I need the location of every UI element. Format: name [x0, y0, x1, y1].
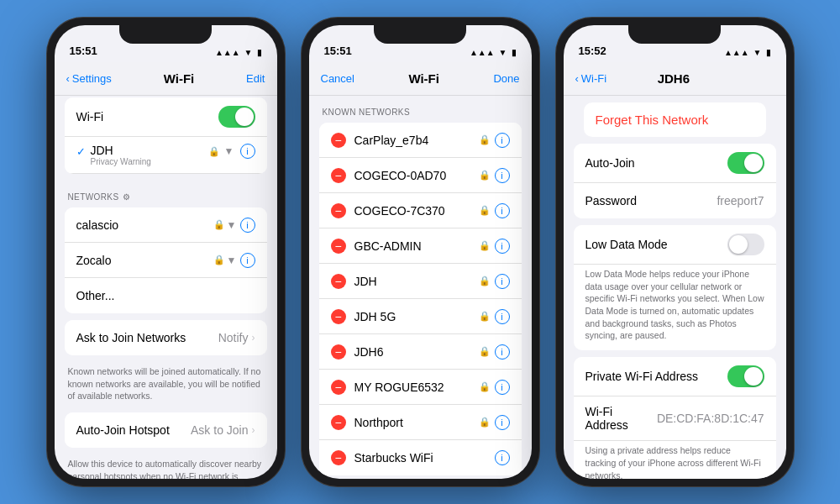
remove-icon-jdh6[interactable]: −: [331, 344, 346, 360]
status-icons-2: ▲▲▲ ▼ ▮: [470, 48, 517, 57]
wifi-address-label: Wi-Fi Address: [585, 405, 657, 432]
network-starbucks[interactable]: − Starbucks WiFi i: [319, 440, 522, 475]
private-address-row[interactable]: Private Wi-Fi Address: [574, 357, 776, 396]
wifi-icon-calascio: ▼: [227, 219, 237, 231]
notch-2: [374, 25, 466, 44]
lock-icon-zocalo: 🔒: [213, 255, 225, 265]
remove-icon-cogeco1[interactable]: −: [331, 168, 346, 183]
chevron-icon: ›: [252, 332, 255, 344]
ask-join-row[interactable]: Ask to Join Networks Notify ›: [65, 320, 267, 355]
network-gbc[interactable]: − GBC-ADMIN 🔒 i: [319, 228, 522, 264]
edit-button[interactable]: Edit: [246, 72, 265, 85]
info-icon-zocalo[interactable]: i: [240, 253, 255, 268]
network-jdh5g[interactable]: − JDH 5G 🔒 i: [319, 299, 522, 334]
remove-icon-jdh[interactable]: −: [331, 274, 346, 289]
info-icon-co2[interactable]: i: [495, 203, 510, 218]
low-data-toggle[interactable]: [727, 234, 764, 255]
wifi-status-icon-2: ▼: [499, 48, 507, 57]
back-button-3[interactable]: ‹ Wi-Fi: [575, 72, 607, 85]
wifi-icon: ▼: [224, 145, 234, 157]
back-button-1[interactable]: ‹ Settings: [66, 72, 112, 85]
network-cogeco2[interactable]: − COGECO-7C370 🔒 i: [319, 193, 522, 228]
network-rogue-name: MY ROGUE6532: [354, 381, 479, 394]
remove-icon-starbucks[interactable]: −: [331, 450, 346, 465]
lock-icon-jdh: 🔒: [479, 276, 491, 286]
phone-2: 15:51 ▲▲▲ ▼ ▮ Cancel Wi-Fi Done KNOWN NE…: [301, 17, 540, 487]
low-data-group: Low Data Mode Low Data Mode helps reduce…: [574, 225, 776, 350]
info-icon-calascio[interactable]: i: [240, 218, 255, 233]
info-icon-gbc[interactable]: i: [495, 239, 510, 254]
network-other[interactable]: Other...: [65, 278, 267, 313]
network-cogeco1[interactable]: − COGECO-0AD70 🔒 i: [319, 158, 522, 193]
auto-join-row[interactable]: Auto-Join Hotspot Ask to Join ›: [65, 412, 267, 448]
connected-name: JDH: [91, 144, 208, 157]
status-icons-1: ▲▲▲ ▼ ▮: [215, 48, 262, 57]
forget-group: Forget This Network: [574, 102, 776, 137]
info-icon-jdh5g[interactable]: i: [495, 309, 510, 324]
network-carplay[interactable]: − CarPlay_e7b4 🔒 i: [319, 123, 522, 158]
network-calascio[interactable]: calascio 🔒 ▼ i: [65, 207, 267, 243]
info-icon-jdh6[interactable]: i: [495, 344, 510, 360]
info-icon-jdh2[interactable]: i: [495, 274, 510, 289]
ask-join-group: Ask to Join Networks Notify ›: [65, 320, 267, 355]
remove-icon-carplay[interactable]: −: [331, 133, 346, 148]
network-rogue[interactable]: − MY ROGUE6532 🔒 i: [319, 370, 522, 405]
network-cogeco1-name: COGECO-0AD70: [354, 169, 479, 182]
wifi-toggle-group: Wi-Fi ✓ JDH Privacy Warning 🔒 ▼ i: [65, 97, 267, 174]
network-jdh6[interactable]: − JDH6 🔒 i: [319, 334, 522, 370]
networks-group: calascio 🔒 ▼ i Zocalo 🔒 ▼ i Other...: [65, 207, 267, 313]
network-gbc-name: GBC-ADMIN: [354, 239, 479, 253]
battery-icon: ▮: [257, 48, 262, 57]
remove-icon-northport[interactable]: −: [331, 415, 346, 430]
chevron-icon-auto: ›: [252, 424, 255, 436]
nav-bar-2: Cancel Wi-Fi Done: [309, 62, 532, 96]
private-address-toggle[interactable]: [727, 365, 764, 387]
network-cogeco2-name: COGECO-7C370: [354, 204, 479, 218]
auto-join-toggle[interactable]: [727, 152, 764, 174]
low-data-row[interactable]: Low Data Mode: [574, 225, 776, 265]
low-data-label: Low Data Mode: [585, 238, 727, 251]
jdh-connected-row[interactable]: ✓ JDH Privacy Warning 🔒 ▼ i: [65, 137, 267, 174]
nav-title-1: Wi-Fi: [164, 71, 195, 86]
remove-icon-rogue[interactable]: −: [331, 380, 346, 395]
network-zocalo[interactable]: Zocalo 🔒 ▼ i: [65, 243, 267, 278]
network-rogue-icons: 🔒 i: [479, 380, 510, 395]
remove-icon-jdh5g[interactable]: −: [331, 309, 346, 324]
remove-icon-cogeco2[interactable]: −: [331, 203, 346, 218]
nav-title-2: Wi-Fi: [408, 71, 439, 86]
info-icon-co1[interactable]: i: [495, 168, 510, 183]
info-icon-jdh[interactable]: i: [240, 144, 255, 159]
wifi-address-desc: Using a private address helps reduce tra…: [574, 441, 776, 479]
cancel-button[interactable]: Cancel: [321, 72, 354, 85]
info-icon-rogue[interactable]: i: [495, 380, 510, 395]
remove-icon-gbc[interactable]: −: [331, 239, 346, 254]
network-name-calascio: calascio: [76, 218, 213, 232]
network-northport-icons: 🔒 i: [479, 415, 510, 430]
info-icon-c[interactable]: i: [495, 133, 510, 148]
nav-title-3: JDH6: [658, 71, 690, 86]
lock-icon-calascio: 🔒: [213, 219, 225, 230]
wifi-status-icon: ▼: [244, 48, 253, 57]
networks-header: NETWORKS ⚙: [55, 181, 277, 206]
done-button[interactable]: Done: [493, 72, 519, 85]
network-jdh5g-name: JDH 5G: [354, 310, 479, 323]
lock-icon-jdh5g: 🔒: [479, 311, 491, 322]
auto-join-row-3[interactable]: Auto-Join: [574, 144, 776, 183]
info-icon-starbucks[interactable]: i: [495, 450, 510, 465]
network-starbucks-icons: i: [495, 450, 510, 465]
wifi-toggle-row[interactable]: Wi-Fi: [65, 97, 267, 137]
forget-button[interactable]: Forget This Network: [584, 102, 766, 137]
wifi-status-icon-3: ▼: [753, 48, 762, 57]
password-row[interactable]: Password freeport7: [574, 183, 776, 218]
nav-bar-3: ‹ Wi-Fi JDH6: [564, 62, 786, 96]
checkmark-icon: ✓: [76, 145, 86, 158]
private-address-group: Private Wi-Fi Address Wi-Fi Address DE:C…: [574, 357, 776, 479]
info-icon-northport[interactable]: i: [495, 415, 510, 430]
wifi-toggle[interactable]: [218, 106, 255, 128]
wifi-address-value: DE:CD:FA:8D:1C:47: [657, 412, 764, 425]
battery-icon-2: ▮: [512, 48, 517, 57]
status-icons-3: ▲▲▲ ▼ ▮: [724, 48, 771, 57]
settings-icon: ⚙: [123, 192, 130, 202]
network-northport[interactable]: − Northport 🔒 i: [319, 405, 522, 440]
network-jdh[interactable]: − JDH 🔒 i: [319, 264, 522, 299]
